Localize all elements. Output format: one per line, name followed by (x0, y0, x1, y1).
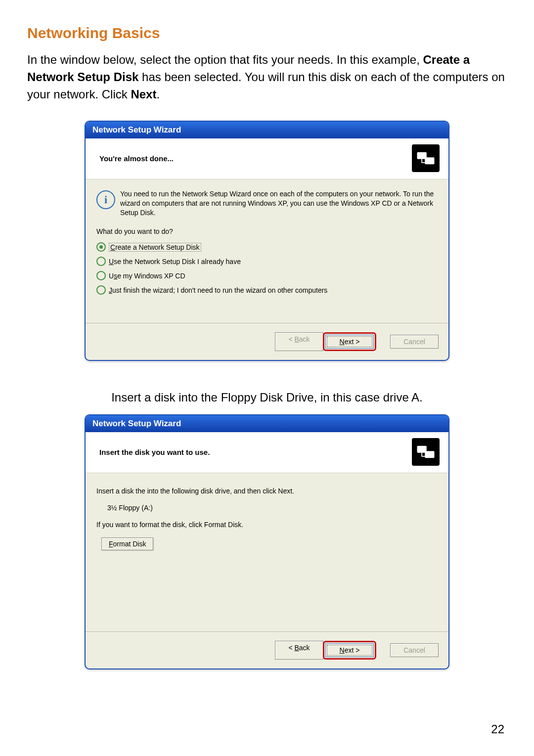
back-next-group: < Back Next > (275, 332, 376, 351)
next-button[interactable]: Next > (325, 643, 374, 657)
wizard-footer: < Back Next > Cancel (86, 631, 448, 668)
wizard-content: Insert a disk the into the following dis… (86, 473, 448, 631)
wizard-header: Insert the disk you want to use. (86, 432, 448, 473)
back-button[interactable]: < Back (275, 641, 323, 660)
radio-option-use-xp-cd[interactable]: Use my Windows XP CD (96, 271, 438, 280)
radio-label: Create a Network Setup Disk (109, 243, 201, 252)
next-highlight: Next > (323, 332, 376, 351)
radio-option-just-finish[interactable]: Just finish the wizard; I don't need to … (96, 285, 438, 295)
radio-label: Use my Windows XP CD (109, 272, 185, 280)
svg-rect-1 (425, 158, 434, 165)
drive-label: 3½ Floppy (A:) (96, 504, 438, 512)
back-button[interactable]: < Back (275, 332, 323, 351)
wizard-header: You're almost done... (86, 138, 448, 179)
radio-label: Just finish the wizard; I don't need to … (109, 286, 327, 294)
radio-unchecked-icon (96, 257, 106, 266)
network-icon (412, 144, 440, 172)
info-row: i You need to run the Network Setup Wiza… (96, 189, 438, 218)
format-disk-button[interactable]: Format Disk (101, 537, 153, 550)
text: . (156, 88, 160, 101)
instruction-line: Insert a disk the into the following dis… (96, 487, 438, 495)
wizard-subtitle: You're almost done... (99, 154, 412, 163)
radio-unchecked-icon (96, 285, 106, 295)
back-next-group: < Back Next > (275, 641, 376, 660)
mid-paragraph: Insert a disk into the Floppy Disk Drive… (27, 391, 507, 404)
network-icon (412, 438, 440, 466)
radio-option-use-existing-disk[interactable]: Use the Network Setup Disk I already hav… (96, 257, 438, 266)
text-bold: Next (131, 88, 156, 101)
instruction-line: If you want to format the disk, click Fo… (96, 521, 438, 529)
window-titlebar: Network Setup Wizard (86, 415, 448, 432)
question-label: What do you want to do? (96, 227, 438, 235)
wizard-subtitle: Insert the disk you want to use. (99, 448, 412, 456)
info-text: You need to run the Network Setup Wizard… (120, 189, 438, 218)
text: Insert a disk into the Floppy Disk Drive… (111, 391, 411, 404)
wizard-footer: < Back Next > Cancel (86, 323, 448, 360)
intro-paragraph: In the window below, select the option t… (27, 51, 507, 103)
wizard-window-2: Network Setup Wizard Insert the disk you… (85, 414, 449, 669)
radio-checked-icon (96, 242, 106, 252)
section-heading: Networking Basics (27, 25, 507, 42)
text: In the window below, select the option t… (27, 53, 423, 66)
radio-unchecked-icon (96, 271, 106, 280)
page-number: 22 (491, 722, 504, 736)
wizard-content: i You need to run the Network Setup Wiza… (86, 179, 448, 323)
radio-option-create-disk[interactable]: Create a Network Setup Disk (96, 242, 438, 252)
svg-rect-3 (425, 451, 434, 458)
document-page: Networking Basics In the window below, s… (0, 0, 534, 756)
radio-label: Use the Network Setup Disk I already hav… (109, 258, 241, 266)
next-highlight: Next > (323, 641, 376, 660)
next-button[interactable]: Next > (325, 335, 374, 349)
window-titlebar: Network Setup Wizard (86, 122, 448, 138)
cancel-button[interactable]: Cancel (390, 335, 439, 349)
cancel-button[interactable]: Cancel (390, 643, 439, 657)
wizard-window-1: Network Setup Wizard You're almost done.… (85, 121, 449, 361)
text-bold: A. (411, 391, 423, 404)
info-icon: i (96, 190, 115, 209)
